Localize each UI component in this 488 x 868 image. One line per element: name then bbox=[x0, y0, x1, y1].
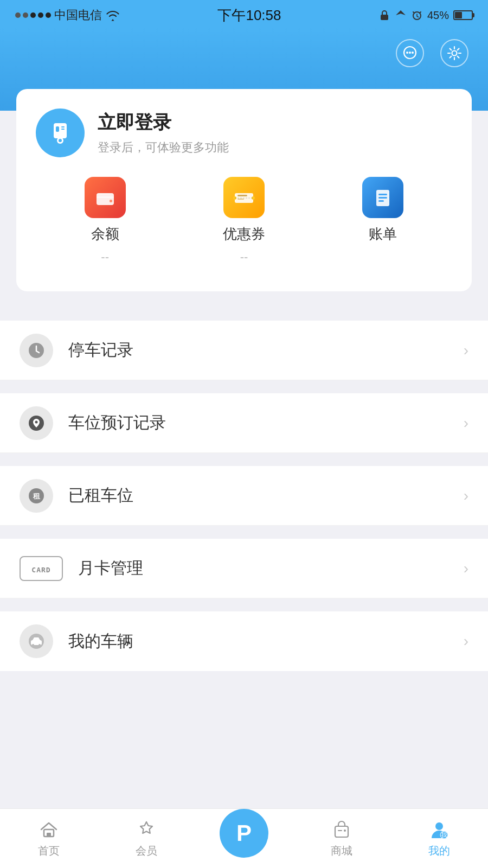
profile-card: 立即登录 登录后，可体验更多功能 余额 bbox=[16, 89, 472, 291]
svg-text:租: 租 bbox=[33, 492, 41, 500]
park-center-btn[interactable]: P bbox=[220, 809, 268, 858]
nav-member[interactable]: 会员 bbox=[98, 819, 195, 858]
profile-card-container: 立即登录 登录后，可体验更多功能 余额 bbox=[0, 89, 488, 291]
wifi-icon bbox=[105, 9, 120, 21]
chat-button[interactable] bbox=[396, 39, 424, 67]
svg-rect-7 bbox=[54, 123, 67, 138]
monthly-card-item[interactable]: CARD 月卡管理 › bbox=[0, 539, 488, 598]
bill-label: 账单 bbox=[369, 225, 397, 244]
balance-item[interactable]: 余额 -- bbox=[85, 177, 126, 264]
dot5 bbox=[46, 12, 51, 18]
svg-rect-25 bbox=[378, 200, 384, 202]
battery-icon bbox=[453, 10, 473, 20]
dot2 bbox=[23, 12, 28, 18]
svg-point-34 bbox=[32, 644, 34, 646]
signal-dots bbox=[15, 12, 51, 18]
coupon-value: -- bbox=[240, 250, 248, 264]
lock-icon bbox=[378, 9, 390, 21]
svg-point-5 bbox=[412, 52, 414, 54]
bottom-gap bbox=[0, 671, 488, 687]
svg-point-35 bbox=[38, 644, 41, 646]
svg-rect-24 bbox=[378, 197, 387, 199]
profile-avatar bbox=[36, 108, 85, 157]
quick-items: 余额 -- 优惠券 bbox=[36, 177, 452, 264]
svg-point-12 bbox=[59, 139, 62, 142]
menu-gap-3 bbox=[0, 526, 488, 539]
dot3 bbox=[30, 12, 36, 18]
battery-fill bbox=[455, 12, 463, 18]
battery-pct: 45% bbox=[427, 9, 449, 22]
bill-icon-wrap bbox=[362, 177, 403, 218]
rented-space-chevron: › bbox=[464, 487, 468, 505]
space-booking-chevron: › bbox=[464, 414, 468, 432]
profile-top[interactable]: 立即登录 登录后，可体验更多功能 bbox=[36, 108, 452, 157]
status-time: 下午10:58 bbox=[217, 6, 281, 25]
status-bar: 中国电信 下午10:58 45% bbox=[0, 0, 488, 28]
menu-gap-4 bbox=[0, 598, 488, 611]
svg-rect-20 bbox=[237, 195, 247, 196]
space-booking-label: 车位预订记录 bbox=[68, 412, 464, 434]
parking-record-chevron: › bbox=[464, 342, 468, 359]
coupon-item[interactable]: 优惠券 -- bbox=[223, 177, 265, 264]
wallet-icon-wrap bbox=[85, 177, 126, 218]
balance-value: -- bbox=[101, 250, 109, 264]
space-booking-item[interactable]: 车位预订记录 › bbox=[0, 393, 488, 453]
nav-shop[interactable]: 商城 bbox=[293, 819, 390, 858]
login-subtitle: 登录后，可体验更多功能 bbox=[98, 139, 229, 156]
nav-home-label: 首页 bbox=[38, 844, 60, 858]
svg-rect-8 bbox=[56, 126, 59, 132]
location-icon bbox=[395, 9, 407, 21]
balance-label: 余额 bbox=[91, 225, 119, 244]
dot1 bbox=[15, 12, 21, 18]
login-title: 立即登录 bbox=[98, 110, 229, 135]
parking-record-label: 停车记录 bbox=[68, 339, 464, 361]
nav-mine-label: 我的 bbox=[428, 844, 450, 858]
dot4 bbox=[38, 12, 43, 18]
alarm-icon bbox=[411, 9, 423, 21]
nav-park[interactable]: P bbox=[195, 820, 293, 858]
profile-text: 立即登录 登录后，可体验更多功能 bbox=[98, 110, 229, 156]
carrier-label: 中国电信 bbox=[54, 7, 102, 23]
menu-section: 停车记录 › 车位预订记录 › 租 bbox=[0, 321, 488, 671]
rent-icon-wrap: 租 bbox=[20, 479, 53, 513]
svg-point-39 bbox=[344, 829, 346, 832]
header-icons bbox=[20, 39, 468, 67]
svg-rect-37 bbox=[47, 833, 51, 837]
nav-member-label: 会员 bbox=[136, 844, 157, 858]
my-vehicle-item[interactable]: 我的车辆 › bbox=[0, 611, 488, 671]
svg-rect-15 bbox=[110, 200, 112, 202]
svg-text:我: 我 bbox=[441, 831, 447, 839]
svg-point-40 bbox=[435, 822, 443, 830]
svg-text:CARD: CARD bbox=[31, 566, 50, 574]
parking-record-item[interactable]: 停车记录 › bbox=[0, 321, 488, 380]
nav-mine[interactable]: 我 我的 bbox=[390, 819, 488, 858]
settings-button[interactable] bbox=[440, 39, 468, 67]
park-label: P bbox=[236, 820, 252, 846]
coupon-icon-wrap bbox=[223, 177, 265, 218]
menu-gap-2 bbox=[0, 453, 488, 466]
svg-point-28 bbox=[35, 420, 38, 423]
nav-home[interactable]: 首页 bbox=[0, 819, 98, 858]
svg-rect-9 bbox=[61, 126, 65, 127]
card-gap bbox=[0, 291, 488, 308]
svg-point-3 bbox=[406, 52, 408, 54]
status-left: 中国电信 bbox=[15, 7, 120, 23]
nav-shop-label: 商城 bbox=[331, 844, 352, 858]
menu-gap-1 bbox=[0, 380, 488, 393]
monthly-card-label: 月卡管理 bbox=[78, 557, 464, 579]
menu-gap-top bbox=[0, 308, 488, 321]
svg-rect-0 bbox=[381, 15, 388, 20]
rented-space-item[interactable]: 租 已租车位 › bbox=[0, 466, 488, 526]
bill-item[interactable]: 账单 bbox=[362, 177, 403, 264]
bottom-nav: 首页 会员 P 商城 我 我的 bbox=[0, 808, 488, 868]
svg-rect-14 bbox=[97, 196, 114, 198]
status-right: 45% bbox=[378, 9, 473, 22]
clock-icon-wrap bbox=[20, 334, 53, 367]
my-vehicle-label: 我的车辆 bbox=[68, 630, 464, 653]
my-vehicle-chevron: › bbox=[464, 633, 468, 650]
pin-icon-wrap bbox=[20, 406, 53, 440]
svg-point-6 bbox=[452, 51, 457, 56]
svg-rect-23 bbox=[378, 194, 387, 195]
coupon-label: 优惠券 bbox=[223, 225, 265, 244]
svg-rect-10 bbox=[61, 129, 65, 130]
